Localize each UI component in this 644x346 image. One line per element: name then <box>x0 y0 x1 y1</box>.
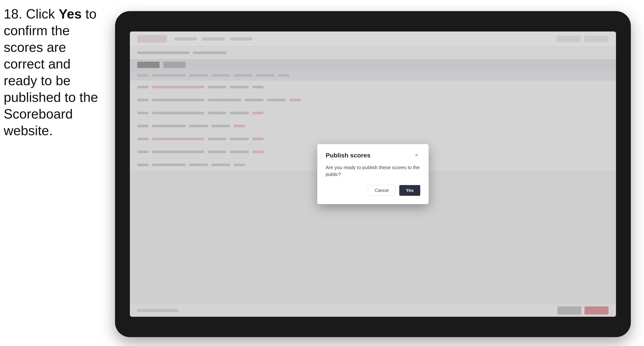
tablet-screen: Publish scores × Are you ready to publis… <box>130 31 616 317</box>
bold-yes: Yes <box>59 6 82 21</box>
yes-button[interactable]: Yes <box>399 185 420 196</box>
dialog-footer: Cancel Yes <box>326 185 420 196</box>
modal-overlay: Publish scores × Are you ready to publis… <box>130 31 616 317</box>
step-number: 18. <box>4 6 22 21</box>
publish-scores-dialog: Publish scores × Are you ready to publis… <box>317 144 428 204</box>
dialog-header: Publish scores × <box>326 152 420 159</box>
instruction-text-part1: Click <box>22 6 59 21</box>
dialog-body: Are you ready to publish these scores to… <box>326 164 420 178</box>
instruction-text: 18. Click Yes to confirm the scores are … <box>4 5 108 139</box>
dialog-title: Publish scores <box>326 152 370 159</box>
cancel-button[interactable]: Cancel <box>368 185 396 196</box>
dialog-close-button[interactable]: × <box>413 152 420 159</box>
tablet-device: Publish scores × Are you ready to publis… <box>115 11 631 337</box>
dialog-message: Are you ready to publish these scores to… <box>326 164 420 178</box>
instruction-text-part2: to confirm the scores are correct and re… <box>4 6 98 138</box>
